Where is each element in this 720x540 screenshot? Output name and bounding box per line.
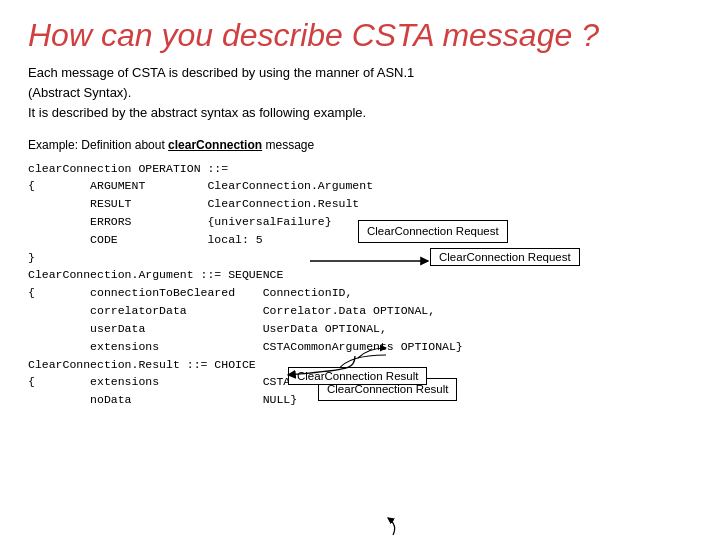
page-title: How can you describe CSTA message ? xyxy=(28,18,692,53)
callout-request-overlay: ClearConnection Request xyxy=(430,248,580,266)
intro-line-2: (Abstract Syntax). xyxy=(28,85,131,100)
code-line-9: userData UserData OPTIONAL, xyxy=(28,320,692,338)
code-line-8: correlatorData Correlator.Data OPTIONAL, xyxy=(28,302,692,320)
intro-line-1: Each message of CSTA is described by usi… xyxy=(28,65,414,80)
callout-result-overlay: ClearConnection Result xyxy=(288,367,427,385)
code-line-1: { ARGUMENT ClearConnection.Argument xyxy=(28,177,692,195)
code-line-5: } xyxy=(28,249,692,267)
callout-request: ClearConnection Request xyxy=(358,220,508,244)
example-label: Example: Definition about clearConnectio… xyxy=(28,138,692,152)
page: How can you describe CSTA message ? Each… xyxy=(0,0,720,427)
intro-line-3: It is described by the abstract syntax a… xyxy=(28,105,366,120)
code-line-10: extensions CSTACommonArguments OPTIONAL} xyxy=(28,338,692,356)
code-line-6: ClearConnection.Argument ::= SEQUENCE xyxy=(28,266,692,284)
code-line-0: clearConnection OPERATION ::= xyxy=(28,160,692,178)
intro-text: Each message of CSTA is described by usi… xyxy=(28,63,692,123)
code-line-2: RESULT ClearConnection.Result xyxy=(28,195,692,213)
code-line-7: { connectionToBeCleared ConnectionID, xyxy=(28,284,692,302)
